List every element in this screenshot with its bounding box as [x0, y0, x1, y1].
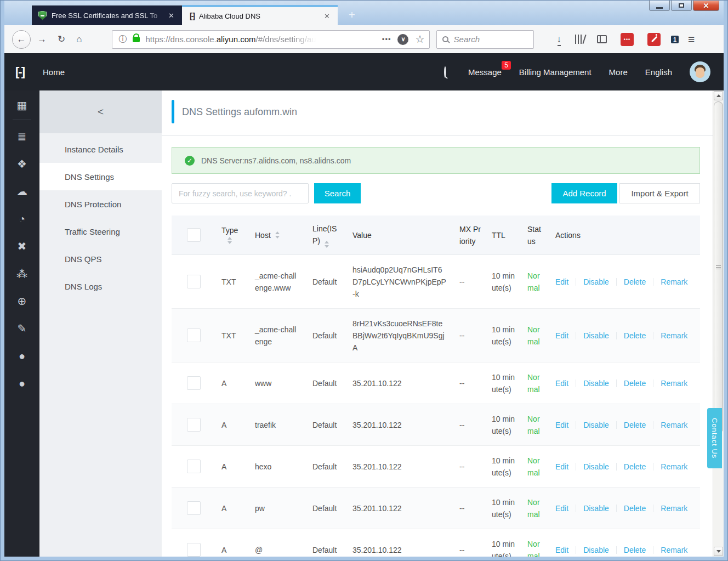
library-icon[interactable]	[575, 35, 583, 44]
delete-link[interactable]: Delete	[617, 463, 653, 471]
delete-link[interactable]: Delete	[617, 421, 653, 429]
disable-link[interactable]: Disable	[576, 421, 617, 429]
browser-tab-alibaba-dns[interactable]: [-] Alibaba Cloud DNS ✕	[182, 5, 338, 25]
back-button[interactable]: ←	[12, 30, 31, 49]
disable-link[interactable]: Disable	[576, 505, 617, 512]
maximize-button[interactable]	[671, 1, 692, 11]
sidebar-item-dns-settings[interactable]: DNS Settings	[39, 163, 162, 190]
disk-icon[interactable]: ◔	[4, 205, 39, 233]
close-button[interactable]: ✕	[693, 1, 719, 11]
sort-host-icon[interactable]	[275, 231, 280, 239]
https-lock-icon[interactable]	[133, 37, 140, 42]
scroll-up-button[interactable]	[714, 91, 723, 100]
server-stack-icon[interactable]: ≣	[4, 123, 39, 150]
home-button[interactable]: ⌂	[71, 34, 87, 45]
nav-language-link[interactable]: English	[645, 67, 672, 77]
edit-link[interactable]: Edit	[555, 332, 576, 339]
nav-more-link[interactable]: More	[609, 67, 628, 77]
forward-button[interactable]: →	[32, 34, 52, 45]
scroll-down-button[interactable]	[714, 547, 723, 556]
remark-link[interactable]: Remark	[653, 379, 695, 387]
row-checkbox[interactable]	[187, 418, 201, 432]
sidebar-item-dns-logs[interactable]: DNS Logs	[39, 273, 162, 300]
contact-us-tab[interactable]: Contact Us	[707, 408, 722, 468]
row-checkbox[interactable]	[187, 328, 201, 342]
disable-link[interactable]: Disable	[576, 332, 617, 339]
import-export-button[interactable]: Import & Export	[619, 183, 700, 203]
node-cluster-icon[interactable]: ❖	[4, 150, 39, 178]
browser-tab-ssl[interactable]: Free SSL Certificates and SSL To ✕	[32, 5, 182, 25]
menu-icon[interactable]: ≡	[688, 33, 695, 46]
share-nodes-icon[interactable]: ⁂	[4, 260, 39, 287]
delete-link[interactable]: Delete	[617, 332, 653, 339]
console-search-button[interactable]	[444, 67, 446, 77]
sidebar-item-dns-qps[interactable]: DNS QPS	[39, 245, 162, 273]
disable-link[interactable]: Disable	[576, 278, 617, 286]
password-manager-icon[interactable]: •••	[621, 33, 634, 46]
cloud-icon[interactable]: ☁	[4, 178, 39, 205]
page-scrollbar[interactable]	[713, 90, 724, 557]
reload-button[interactable]: ↻	[52, 33, 71, 45]
globe-icon[interactable]: ⊕	[4, 287, 39, 315]
record-search-input[interactable]	[172, 183, 309, 203]
downloads-icon[interactable]: ↓	[557, 34, 562, 45]
select-all-checkbox[interactable]	[187, 228, 201, 242]
row-checkbox[interactable]	[187, 543, 201, 557]
browser-search-bar[interactable]	[436, 30, 534, 49]
scribble-icon[interactable]: ✎	[4, 315, 39, 342]
edit-link[interactable]: Edit	[555, 379, 576, 387]
new-tab-button[interactable]: +	[343, 7, 361, 23]
edit-link[interactable]: Edit	[555, 278, 576, 286]
remark-link[interactable]: Remark	[653, 278, 695, 286]
edit-link[interactable]: Edit	[555, 505, 576, 512]
sidebar-toggle-icon[interactable]	[597, 35, 607, 43]
cross-arrows-icon[interactable]: ✖	[4, 233, 39, 260]
remark-link[interactable]: Remark	[653, 332, 695, 339]
edit-link[interactable]: Edit	[555, 421, 576, 429]
remark-link[interactable]: Remark	[653, 463, 695, 471]
nav-billing-link[interactable]: Billing Management	[519, 67, 592, 77]
disable-link[interactable]: Disable	[576, 379, 617, 387]
row-checkbox[interactable]	[187, 460, 201, 473]
wand-extension-icon[interactable]	[647, 33, 661, 46]
sort-type-icon[interactable]	[228, 237, 232, 244]
tab-close-icon[interactable]: ✕	[166, 10, 177, 21]
minimize-button[interactable]	[649, 1, 670, 11]
dot-service-icon[interactable]: ●	[4, 370, 39, 397]
user-avatar[interactable]	[690, 61, 710, 82]
disable-link[interactable]: Disable	[576, 463, 617, 471]
row-checkbox[interactable]	[187, 275, 201, 288]
nav-home-link[interactable]: Home	[43, 67, 65, 77]
remark-link[interactable]: Remark	[653, 505, 695, 512]
site-info-icon[interactable]: ⓘ	[119, 34, 127, 44]
disable-link[interactable]: Disable	[576, 546, 617, 554]
delete-link[interactable]: Delete	[617, 505, 653, 512]
browser-search-input[interactable]	[454, 35, 528, 44]
sidebar-item-dns-protection[interactable]: DNS Protection	[39, 190, 162, 218]
edit-link[interactable]: Edit	[555, 546, 576, 554]
sort-line-icon[interactable]	[325, 241, 329, 248]
sidebar-item-instance-details[interactable]: Instance Details	[39, 135, 162, 163]
alibaba-cloud-logo[interactable]: [-]	[15, 65, 24, 79]
nav-message-link[interactable]: Message 5	[468, 67, 502, 77]
remark-link[interactable]: Remark	[653, 421, 695, 429]
add-record-button[interactable]: Add Record	[551, 183, 617, 203]
edit-link[interactable]: Edit	[555, 463, 576, 471]
tab-close-icon[interactable]: ✕	[322, 11, 332, 21]
pocket-icon[interactable]: ∨	[397, 34, 408, 45]
bookmark-star-icon[interactable]: ☆	[415, 33, 424, 46]
row-checkbox[interactable]	[187, 376, 201, 390]
search-button[interactable]: Search	[314, 183, 361, 203]
apps-grid-icon[interactable]: ▦	[4, 93, 39, 118]
row-checkbox[interactable]	[187, 501, 201, 515]
sidebar-item-traffic-steering[interactable]: Traffic Steering	[39, 218, 162, 245]
url-bar[interactable]: ⓘ https://dns.console.aliyun.com/#/dns/s…	[112, 30, 430, 49]
sidebar-collapse-button[interactable]: <	[39, 90, 162, 133]
delete-link[interactable]: Delete	[617, 278, 653, 286]
delete-link[interactable]: Delete	[617, 379, 653, 387]
delete-link[interactable]: Delete	[617, 546, 653, 554]
scrollbar-thumb[interactable]	[714, 101, 723, 433]
dot-service-icon[interactable]: ●	[4, 342, 39, 370]
remark-link[interactable]: Remark	[653, 546, 695, 554]
page-actions-icon[interactable]: •••	[382, 35, 391, 43]
